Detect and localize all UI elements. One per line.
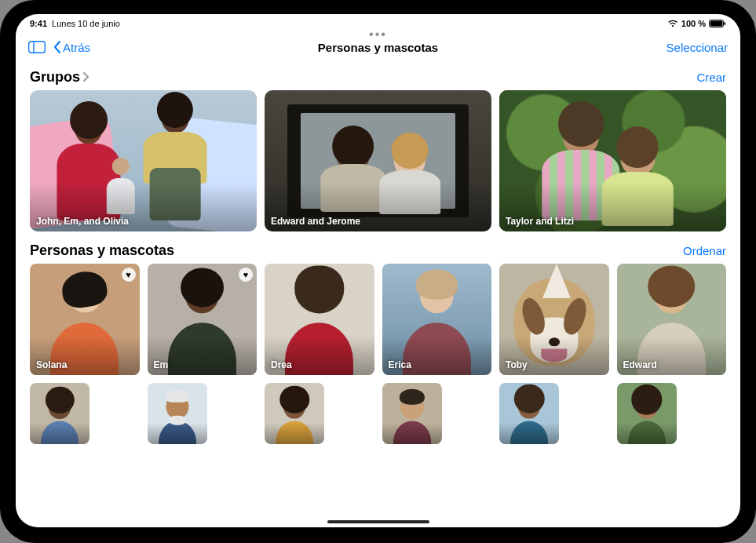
group-card[interactable]: Taylor and Litzi	[499, 90, 726, 231]
person-card[interactable]	[617, 383, 677, 444]
svg-rect-1	[710, 21, 723, 27]
favorite-heart-icon: ♥	[239, 268, 253, 282]
person-label: Drea	[271, 359, 292, 370]
group-card[interactable]: John, Em, and Olivia	[30, 90, 257, 231]
chevron-left-icon	[53, 41, 61, 53]
svg-rect-3	[29, 42, 46, 53]
status-right: 100 %	[667, 19, 726, 28]
ipad-frame: 9:41 Lunes 10 de junio 100 % •••	[0, 0, 756, 543]
person-card[interactable]: ♥ Em	[148, 264, 257, 375]
person-card[interactable]: ♥ Solana	[30, 264, 140, 375]
sort-button[interactable]: Ordenar	[683, 244, 726, 257]
person-card[interactable]: Erica	[382, 264, 492, 375]
back-label: Atrás	[63, 41, 90, 54]
chevron-right-icon	[83, 71, 89, 84]
group-label: Edward and Jerome	[271, 216, 360, 227]
person-card[interactable]	[265, 383, 324, 444]
person-card[interactable]	[382, 383, 442, 444]
people-header: Personas y mascotas Ordenar	[30, 242, 726, 259]
sidebar-toggle-icon[interactable]	[28, 40, 46, 54]
person-card[interactable]: Edward	[617, 264, 727, 375]
people-grid: ♥ Solana ♥ Em	[30, 264, 726, 375]
people-grid-row-2	[30, 383, 726, 444]
person-label: Solana	[36, 359, 67, 370]
page-title: Personas y mascotas	[318, 41, 438, 54]
create-group-button[interactable]: Crear	[696, 71, 726, 84]
wifi-icon	[667, 20, 678, 27]
content-area[interactable]: Grupos Crear	[16, 61, 740, 527]
person-label: Erica	[389, 359, 411, 370]
status-date: Lunes 10 de junio	[52, 19, 120, 28]
groups-title-label: Grupos	[30, 69, 80, 86]
groups-header: Grupos Crear	[30, 69, 726, 86]
battery-icon	[709, 20, 726, 27]
status-battery-text: 100 %	[681, 19, 706, 28]
person-label: Em	[154, 359, 169, 370]
back-button[interactable]: Atrás	[53, 41, 90, 54]
person-card[interactable]: Toby	[499, 264, 609, 375]
person-card[interactable]	[148, 383, 207, 444]
people-title-label: Personas y mascotas	[30, 242, 174, 259]
person-card[interactable]	[30, 383, 89, 444]
favorite-heart-icon: ♥	[122, 268, 136, 282]
person-card[interactable]	[499, 383, 559, 444]
select-button[interactable]: Seleccionar	[667, 41, 728, 54]
home-indicator[interactable]	[327, 520, 429, 523]
group-label: Taylor and Litzi	[506, 216, 574, 227]
nav-bar: Atrás Personas y mascotas Seleccionar	[16, 30, 740, 61]
person-label: Toby	[506, 359, 528, 370]
status-time: 9:41	[30, 19, 47, 28]
status-left: 9:41 Lunes 10 de junio	[30, 19, 120, 28]
group-card[interactable]: Edward and Jerome	[265, 90, 491, 231]
groups-title[interactable]: Grupos	[30, 69, 89, 86]
svg-rect-2	[725, 22, 726, 25]
screen: 9:41 Lunes 10 de junio 100 % •••	[16, 14, 740, 527]
people-title: Personas y mascotas	[30, 242, 174, 259]
groups-row: John, Em, and Olivia	[30, 90, 726, 231]
group-label: John, Em, and Olivia	[36, 216, 129, 227]
person-card[interactable]: Drea	[265, 264, 374, 375]
person-label: Edward	[623, 359, 657, 370]
